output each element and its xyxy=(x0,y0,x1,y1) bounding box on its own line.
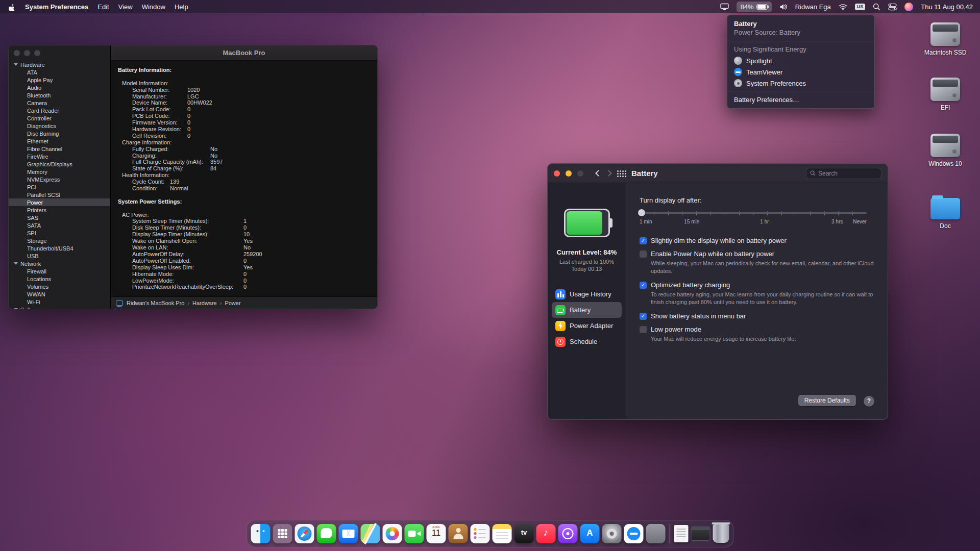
sysinfo-sidebar-item[interactable]: Disc Burning xyxy=(9,130,110,137)
display-off-slider[interactable] xyxy=(640,209,867,217)
sysinfo-sidebar-item[interactable]: Controller xyxy=(9,114,110,122)
battery-status-item[interactable]: 84% xyxy=(737,2,772,12)
breadcrumb-item[interactable]: Hardware xyxy=(192,300,225,306)
desktop-icon[interactable]: Doc xyxy=(920,196,971,230)
breadcrumb-item[interactable]: Power xyxy=(225,300,240,306)
menu-item[interactable]: System Preferences xyxy=(25,3,88,11)
sysinfo-sidebar-item[interactable]: WWAN xyxy=(9,290,110,298)
dock-app[interactable] xyxy=(361,524,380,543)
sysinfo-sidebar-item[interactable]: Audio xyxy=(9,84,110,91)
energy-app-item[interactable]: System Preferences xyxy=(727,78,874,89)
dock-app[interactable] xyxy=(624,524,644,543)
dock-app[interactable]: AUG 11 xyxy=(427,524,446,543)
back-button[interactable] xyxy=(595,170,602,177)
spotlight-icon[interactable] xyxy=(873,3,880,11)
disclosure-triangle-icon[interactable] xyxy=(14,262,18,265)
search-input[interactable] xyxy=(818,170,874,177)
dock-item[interactable] xyxy=(713,524,729,543)
menu-item[interactable]: Help xyxy=(175,3,188,11)
dock-app[interactable] xyxy=(602,524,622,543)
help-button[interactable]: ? xyxy=(864,396,874,407)
close-button[interactable] xyxy=(554,170,560,177)
zoom-button[interactable] xyxy=(34,50,40,56)
dock-app[interactable] xyxy=(383,524,402,543)
desktop-icon[interactable]: EFI xyxy=(920,78,971,111)
sysinfo-sidebar-item[interactable]: ATA xyxy=(9,68,110,76)
sysinfo-sidebar-item[interactable]: Hardware xyxy=(9,61,110,68)
volume-icon-art[interactable] xyxy=(930,134,960,157)
sysinfo-sidebar-item[interactable]: Network xyxy=(9,260,110,267)
window-title-bar[interactable]: Battery xyxy=(548,164,888,183)
disclosure-triangle-icon[interactable] xyxy=(14,308,18,309)
sysinfo-sidebar-item[interactable]: Ethernet xyxy=(9,137,110,145)
sysinfo-sidebar-item[interactable]: Memory xyxy=(9,168,110,176)
volume-icon-art[interactable] xyxy=(930,78,960,101)
sysinfo-sidebar-item[interactable]: Storage xyxy=(9,237,110,244)
sysinfo-sidebar-item[interactable]: Thunderbolt/USB4 xyxy=(9,244,110,252)
dock-app[interactable] xyxy=(317,524,336,543)
sysinfo-sidebar-item[interactable]: NVMExpress xyxy=(9,176,110,183)
prefs-sidebar-item[interactable]: Power Adapter xyxy=(552,318,622,334)
window-title-bar[interactable]: MacBook Pro xyxy=(111,45,377,61)
sysinfo-sidebar-item[interactable]: SPI xyxy=(9,229,110,237)
volume-icon[interactable] xyxy=(779,4,788,10)
desktop-icon[interactable]: Windows 10 xyxy=(920,134,971,167)
sysinfo-sidebar-item[interactable]: SATA xyxy=(9,221,110,229)
prefs-sidebar-item[interactable]: Battery xyxy=(552,302,622,318)
dock-app[interactable] xyxy=(273,524,292,543)
sysinfo-sidebar-item[interactable]: FireWire xyxy=(9,153,110,160)
slider-thumb[interactable] xyxy=(638,209,645,216)
dock-item[interactable] xyxy=(674,525,689,542)
search-field[interactable] xyxy=(806,168,881,179)
checkbox[interactable] xyxy=(640,237,647,244)
dock-app[interactable] xyxy=(405,524,424,543)
dock-app[interactable] xyxy=(558,524,578,543)
sysinfo-sidebar-item[interactable]: Software xyxy=(9,306,110,309)
sysinfo-sidebar-item[interactable]: Diagnostics xyxy=(9,122,110,130)
volume-icon-art[interactable] xyxy=(930,198,960,219)
prefs-sidebar-item[interactable]: Usage History xyxy=(552,286,622,302)
sysinfo-sidebar-item[interactable]: Apple Pay xyxy=(9,76,110,84)
menu-item[interactable]: Window xyxy=(142,3,165,11)
battery-preferences-item[interactable]: Battery Preferences… xyxy=(727,93,874,105)
sysinfo-sidebar-item[interactable]: USB xyxy=(9,252,110,260)
clock[interactable]: Thu 11 Aug 00.42 xyxy=(921,3,973,11)
sysinfo-sidebar-item[interactable]: Power xyxy=(9,198,110,206)
sysinfo-sidebar-item[interactable]: Graphics/Displays xyxy=(9,160,110,168)
dock-app[interactable] xyxy=(295,524,314,543)
siri-icon[interactable] xyxy=(904,3,913,11)
desktop-icon[interactable]: Macintosh SSD xyxy=(920,22,971,56)
checkbox[interactable] xyxy=(640,326,647,333)
dock-app[interactable] xyxy=(580,524,600,543)
dock-app[interactable] xyxy=(536,524,556,543)
sysinfo-sidebar-item[interactable]: Wi-Fi xyxy=(9,298,110,306)
checkbox[interactable] xyxy=(640,313,647,320)
volume-icon-art[interactable] xyxy=(930,22,960,46)
dock-app[interactable] xyxy=(493,524,512,543)
sysinfo-sidebar-item[interactable]: Bluetooth xyxy=(9,91,110,99)
sysinfo-sidebar-item[interactable]: Parallel SCSI xyxy=(9,191,110,198)
forward-button[interactable] xyxy=(605,170,612,177)
checkbox[interactable] xyxy=(640,282,647,289)
breadcrumb[interactable]: Ridwan's MacBook ProHardwarePower xyxy=(127,300,241,306)
control-center-icon[interactable] xyxy=(888,3,897,11)
sysinfo-sidebar-item[interactable]: Camera xyxy=(9,99,110,107)
sysinfo-sidebar-item[interactable]: Printers xyxy=(9,206,110,214)
show-all-icon[interactable] xyxy=(617,170,626,177)
dock-app[interactable] xyxy=(471,524,490,543)
dock-app[interactable] xyxy=(514,524,534,543)
sysinfo-sidebar-item[interactable]: PCI xyxy=(9,183,110,191)
energy-app-item[interactable]: TeamViewer xyxy=(727,66,874,78)
checkbox[interactable] xyxy=(640,251,647,258)
sysinfo-sidebar-item[interactable]: Volumes xyxy=(9,283,110,290)
dock-app[interactable] xyxy=(251,524,271,543)
breadcrumb-item[interactable]: Ridwan's MacBook Pro xyxy=(127,300,192,306)
dock-app[interactable] xyxy=(339,524,358,543)
dock-item[interactable] xyxy=(691,527,710,541)
sysinfo-sidebar-item[interactable]: Fibre Channel xyxy=(9,145,110,153)
menu-item[interactable]: Edit xyxy=(97,3,109,11)
sysinfo-sidebar-item[interactable]: Card Reader xyxy=(9,107,110,114)
sysinfo-sidebar-item[interactable]: SAS xyxy=(9,214,110,221)
disclosure-triangle-icon[interactable] xyxy=(14,63,18,66)
prefs-sidebar-item[interactable]: Schedule xyxy=(552,334,622,349)
